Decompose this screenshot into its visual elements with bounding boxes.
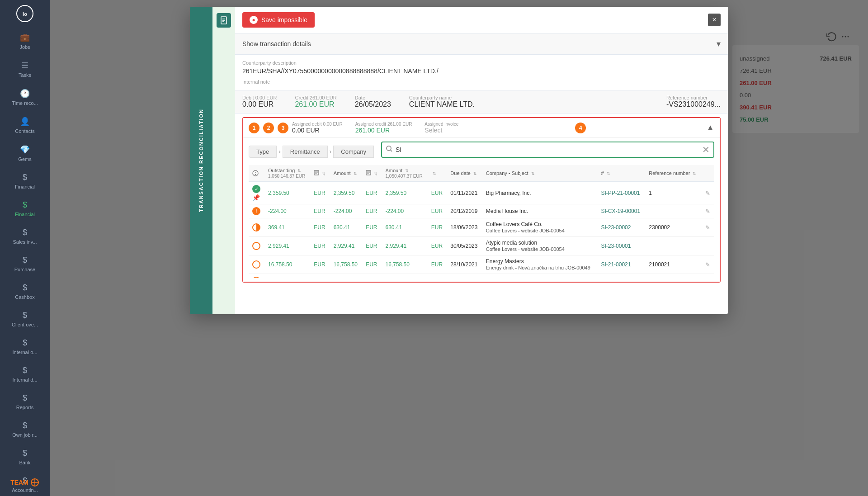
th-amount1[interactable]: Amount ⇅ xyxy=(330,165,363,182)
th-doc2: ⇅ xyxy=(362,165,382,182)
cell-status-4 xyxy=(249,255,264,274)
sidebar-item-time-reco[interactable]: 🕐 Time reco... xyxy=(0,83,50,111)
sidebar-item-reports[interactable]: $ Reports xyxy=(0,388,50,416)
th-hash[interactable]: # ⇅ xyxy=(597,165,645,182)
table-row[interactable]: 121.00 EUR 121.00 EUR 121.00 EUR 28/11/2… xyxy=(249,274,714,279)
edit-icon[interactable]: ✎ xyxy=(705,278,710,279)
tab-remittance[interactable]: Remittance xyxy=(283,146,328,158)
company-link-1[interactable]: Media House Inc. xyxy=(486,208,528,214)
internal-note-label: Internal note xyxy=(242,79,721,85)
internal-d-icon: $ xyxy=(23,366,27,375)
cell-outstanding-cur-4: EUR xyxy=(310,255,330,274)
search-input[interactable] xyxy=(396,146,699,153)
date-value: 26/05/2023 xyxy=(355,100,391,109)
company-link-3[interactable]: Atypic media solution xyxy=(486,240,537,246)
modal: TRANSACTION RECONCILIATION ● Save imposs… xyxy=(190,7,728,314)
assigned-invoice-select[interactable]: Select xyxy=(425,127,458,134)
sales-icon: $ xyxy=(23,228,27,237)
search-clear-button[interactable]: ✕ xyxy=(702,144,710,155)
cell-hash-5[interactable]: SI-21-00020 xyxy=(597,274,645,279)
edit-icon[interactable]: ✎ xyxy=(705,190,710,197)
debit-value: 0.00 EUR xyxy=(242,100,277,109)
table-row[interactable]: 2,929.41 EUR 2,929.41 EUR 2,929.41 EUR 3… xyxy=(249,237,714,255)
sidebar-item-jobs[interactable]: 💼 Jobs xyxy=(0,27,50,55)
th-amount2[interactable]: Amount ⇅ 1,050,407.37 EUR xyxy=(382,165,427,182)
cell-hash-0[interactable]: SI-PP-21-00001 xyxy=(597,182,645,204)
cell-amount2-4: 16,758.50 xyxy=(382,255,427,274)
cell-edit-2[interactable]: ✎ xyxy=(702,218,714,237)
cell-hash-2[interactable]: SI-23-00002 xyxy=(597,218,645,237)
cell-edit-4[interactable]: ✎ xyxy=(702,255,714,274)
table-row[interactable]: 16,758.50 EUR 16,758.50 EUR 16,758.50 EU… xyxy=(249,255,714,274)
cell-edit-1[interactable]: ✎ xyxy=(702,204,714,218)
th-company[interactable]: Company • Subject ⇅ xyxy=(482,165,598,182)
cell-ref-2: 2300002 xyxy=(645,218,702,237)
sidebar-item-cashbox[interactable]: $ Cashbox xyxy=(0,278,50,305)
cell-due-date-1: 20/12/2019 xyxy=(447,204,482,218)
th-outstanding[interactable]: Outstanding ⇅ 1,050,146.37 EUR xyxy=(264,165,310,182)
sidebar-item-tasks[interactable]: ☰ Tasks xyxy=(0,55,50,83)
assigned-credit-group: Assigned credit 261.00 EUR 261.00 EUR xyxy=(355,122,412,134)
sidebar-item-internal-d[interactable]: $ Internal d... xyxy=(0,360,50,388)
sidebar-item-bank[interactable]: $ Bank xyxy=(0,443,50,471)
th-due-date[interactable]: Due date ⇅ xyxy=(447,165,482,182)
svg-text:Io: Io xyxy=(23,11,27,17)
cell-hash-1[interactable]: SI-CX-19-00001 xyxy=(597,204,645,218)
modal-overlay: TRANSACTION RECONCILIATION ● Save imposs… xyxy=(50,0,868,496)
table-row[interactable]: ✓ 📌 2,359.50 EUR 2,359.50 EUR 2,359.50 E… xyxy=(249,182,714,204)
edit-icon[interactable]: ✎ xyxy=(705,261,710,268)
cell-due-date-3: 30/05/2023 xyxy=(447,237,482,255)
sidebar-item-sales[interactable]: $ Sales inv... xyxy=(0,222,50,250)
cashbox-icon: $ xyxy=(23,283,27,293)
cell-company-0: Big Pharmacy, Inc. xyxy=(482,182,598,204)
sidebar-item-contacts[interactable]: 👤 Contacts xyxy=(0,111,50,139)
client-icon: $ xyxy=(23,311,27,320)
bank-icon: $ xyxy=(23,449,27,458)
cell-amount2-cur-2: EUR xyxy=(428,218,447,237)
modal-document-icon xyxy=(217,13,231,28)
tab-type[interactable]: Type xyxy=(249,146,277,158)
credit-value: 261.00 EUR xyxy=(295,100,336,109)
cell-hash-4[interactable]: SI-21-00021 xyxy=(597,255,645,274)
credit-group: Credit 261.00 EUR 261.00 EUR xyxy=(295,95,336,109)
cell-amount1-cur-5: EUR xyxy=(362,274,382,279)
tab-company[interactable]: Company xyxy=(333,146,374,158)
table-row[interactable]: 369.41 EUR 630.41 EUR 630.41 EUR 18/06/2… xyxy=(249,218,714,237)
invoice-table-wrap[interactable]: Outstanding ⇅ 1,050,146.37 EUR ⇅ Amount … xyxy=(249,165,714,278)
subject-2: Coffee Lovers - website JOB-00054 xyxy=(486,228,565,233)
cell-hash-3[interactable]: SI-23-00001 xyxy=(597,237,645,255)
cell-amount2-cur-0: EUR xyxy=(428,182,447,204)
sidebar-item-client-ove[interactable]: $ Client ove... xyxy=(0,305,50,333)
counterparty-name-group: Counterparty name CLIENT NAME LTD. xyxy=(409,95,475,109)
time-icon: 🕐 xyxy=(20,89,30,99)
sidebar-item-purchase[interactable]: $ Purchase xyxy=(0,250,50,278)
sidebar-item-gems[interactable]: 💎 Gems xyxy=(0,139,50,167)
cell-edit-0[interactable]: ✎ xyxy=(702,182,714,204)
company-link-5[interactable]: Super printers Ltd xyxy=(486,278,529,278)
save-impossible-button[interactable]: ● Save impossible xyxy=(242,12,315,28)
th-cur: ⇅ xyxy=(428,165,447,182)
cell-outstanding-1: -224.00 xyxy=(264,204,310,218)
assigned-credit-label: Assigned credit 261.00 EUR xyxy=(355,122,412,127)
cell-edit-5[interactable]: ✎ xyxy=(702,274,714,279)
company-link-4[interactable]: Energy Masters xyxy=(486,258,524,265)
company-link-0[interactable]: Big Pharmacy, Inc. xyxy=(486,190,531,196)
cell-amount2-cur-4: EUR xyxy=(428,255,447,274)
sidebar-item-financial[interactable]: $ Financial xyxy=(0,167,50,195)
table-row[interactable]: ! -224.00 EUR -224.00 EUR -224.00 EUR 20… xyxy=(249,204,714,218)
modal-close-button[interactable]: × xyxy=(708,14,721,26)
transaction-details-toggle[interactable]: Show transaction details ▾ xyxy=(235,33,728,55)
status-circle xyxy=(252,242,260,250)
sidebar-item-own-job[interactable]: $ Own job r... xyxy=(0,416,50,443)
sidebar-item-internal-o[interactable]: $ Internal o... xyxy=(0,333,50,360)
invoice-search-bar[interactable]: ✕ xyxy=(381,142,714,158)
company-link-2[interactable]: Coffee Lovers Café Co. xyxy=(486,221,542,227)
edit-icon[interactable]: ✎ xyxy=(705,208,710,215)
cell-outstanding-cur-1: EUR xyxy=(310,204,330,218)
sidebar-item-financial-active[interactable]: $ Financial xyxy=(0,195,50,222)
th-ref[interactable]: Reference number ⇅ xyxy=(645,165,702,182)
edit-icon[interactable]: ✎ xyxy=(705,224,710,231)
invoice-panel: Type › Remittance › Company xyxy=(243,138,720,282)
recon-collapse-button[interactable]: ▲ xyxy=(706,123,714,132)
counterparty-section: Counterparty description 261EUR/SHA//XY0… xyxy=(235,55,728,90)
